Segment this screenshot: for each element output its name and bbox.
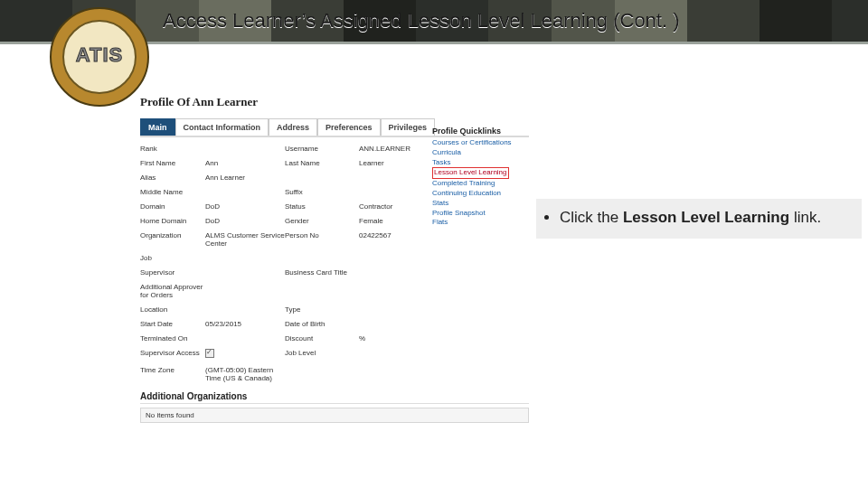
quicklink-lesson-level-learning[interactable]: Lesson Level Learning: [432, 167, 509, 179]
field-value: (GMT-05:00) Eastern Time (US & Canada): [205, 366, 285, 382]
field-value: [205, 283, 285, 299]
field-value: [205, 268, 285, 277]
field-value: [359, 349, 422, 360]
field-value: [359, 366, 422, 382]
instruction-callout: Click the Lesson Level Learning link.: [536, 199, 862, 239]
field-label: Discount: [285, 334, 359, 343]
badge-acronym: ATIS: [50, 43, 149, 67]
instruction-strong: Lesson Level Learning: [623, 209, 789, 226]
field-label: Supervisor: [140, 268, 205, 277]
tab-main[interactable]: Main: [140, 118, 175, 136]
field-label: Location: [140, 305, 205, 314]
field-value: Learner: [359, 159, 422, 167]
field-label: Job Level: [285, 349, 359, 360]
field-label: Domain: [140, 202, 205, 211]
additional-orgs-heading: Additional Organizations: [140, 391, 529, 404]
field-label: Rank: [140, 145, 205, 153]
field-label: Username: [285, 145, 359, 153]
field-label: [285, 174, 359, 182]
field-label: Date of Birth: [285, 320, 359, 328]
quicklinks-heading: Profile Quicklinks: [432, 127, 518, 136]
field-value: Ann: [205, 159, 285, 167]
instruction-item: Click the Lesson Level Learning link.: [560, 208, 853, 228]
field-label: [285, 254, 359, 262]
field-label: Person No: [285, 231, 359, 248]
no-items-banner: No items found: [140, 408, 529, 423]
field-label: Start Date: [140, 320, 205, 328]
quicklink-tasks[interactable]: Tasks: [432, 158, 518, 168]
quicklink-completed-training[interactable]: Completed Training: [432, 179, 518, 189]
field-label: Status: [285, 202, 359, 211]
field-label: Last Name: [285, 159, 359, 167]
instruction-before: Click the: [560, 209, 623, 226]
field-value: %: [359, 334, 422, 343]
field-label: Supervisor Access: [140, 349, 205, 360]
profile-heading: Profile Of Ann Learner: [140, 95, 529, 109]
field-label: Home Domain: [140, 217, 205, 225]
field-label: Organization: [140, 231, 205, 248]
field-value: [205, 145, 285, 153]
field-label: Terminated On: [140, 334, 205, 343]
field-value: Contractor: [359, 202, 422, 211]
field-value: [359, 320, 422, 328]
field-label: First Name: [140, 159, 205, 167]
field-label: Job: [140, 254, 205, 262]
field-label: Additional Approver for Orders: [140, 283, 205, 299]
field-label: Gender: [285, 217, 359, 225]
quicklink-courses-or-certifications[interactable]: Courses or Certifications: [432, 138, 518, 148]
field-value: [205, 305, 285, 314]
profile-quicklinks: Profile Quicklinks Courses or Certificat…: [432, 127, 518, 228]
field-label: Time Zone: [140, 366, 205, 382]
tab-contact-information[interactable]: Contact Information: [175, 118, 269, 136]
field-value: ALMS Customer Service Center: [205, 231, 285, 248]
field-label: [285, 283, 359, 299]
field-value: [359, 254, 422, 262]
field-value: [359, 305, 422, 314]
field-value: ANN.LEARNER: [359, 145, 422, 153]
field-label: Suffix: [285, 188, 359, 196]
field-label: Alias: [140, 174, 205, 182]
field-value: [205, 349, 285, 360]
field-label: [285, 366, 359, 382]
quicklink-flats[interactable]: Flats: [432, 218, 518, 228]
atis-badge: ATIS: [50, 7, 149, 107]
field-value: Ann Learner: [205, 174, 285, 182]
tab-preferences[interactable]: Preferences: [317, 118, 381, 136]
field-value: [359, 268, 422, 277]
quicklinks-list: Courses or CertificationsCurriculaTasksL…: [432, 138, 518, 228]
field-value: [359, 283, 422, 299]
field-value: [359, 188, 422, 196]
instruction-after: link.: [789, 209, 821, 226]
field-value: [205, 188, 285, 196]
quicklink-profile-snapshot[interactable]: Profile Snapshot: [432, 209, 518, 219]
field-label: Business Card Title: [285, 268, 359, 277]
field-value: [205, 254, 285, 262]
field-label: Middle Name: [140, 188, 205, 196]
field-value: [205, 334, 285, 343]
tab-privileges[interactable]: Privileges: [381, 118, 436, 136]
field-value: 05/23/2015: [205, 320, 285, 328]
field-value: [359, 174, 422, 182]
page-title: Access Learner’s Assigned Lesson Level L…: [163, 9, 680, 33]
supervisor-access-checkbox[interactable]: [205, 349, 214, 358]
field-value: DoD: [205, 217, 285, 225]
field-value: Female: [359, 217, 422, 225]
field-value: DoD: [205, 202, 285, 211]
quicklink-curricula[interactable]: Curricula: [432, 148, 518, 158]
field-label: Type: [285, 305, 359, 314]
field-value: 02422567: [359, 231, 422, 248]
tab-address[interactable]: Address: [269, 118, 317, 136]
quicklink-continuing-education-stats[interactable]: Continuing Education Stats: [432, 189, 518, 209]
